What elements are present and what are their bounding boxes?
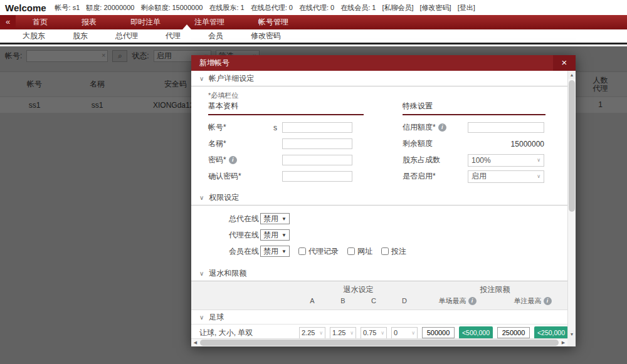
chevron-down-icon: ∨ <box>199 75 204 82</box>
nav-item-live-bets[interactable]: 即时注单 <box>113 15 177 29</box>
shareholder-percent-select[interactable]: 100% ∨ <box>468 154 544 167</box>
master-agent-online-label: 总代在线 <box>229 214 259 224</box>
section-account-details-title: 帐户详细设定 <box>209 73 254 84</box>
confirm-password-label: 确认密码* <box>208 171 273 182</box>
section-rebate-limits-title: 退水和限额 <box>209 268 246 279</box>
bet-max-header: 单注最高 <box>514 296 542 306</box>
agent-record-label: 代理记录 <box>308 246 339 257</box>
welcome-text: Welcome <box>5 3 46 13</box>
remaining-credit-label: 剩余額度 <box>403 138 468 149</box>
scroll-left-icon[interactable]: ◀ <box>191 339 199 346</box>
password-info-icon[interactable]: i <box>229 156 237 164</box>
subnav-item-member[interactable]: 会员 <box>194 31 237 41</box>
name-label: 名稱* <box>208 138 273 149</box>
section-permissions-toggle[interactable]: ∨ 权限设定 <box>191 190 567 205</box>
member-online-value: 禁用 <box>263 246 278 257</box>
col-c-header: C <box>361 297 387 304</box>
shareholder-percent-value: 100% <box>472 156 491 165</box>
basic-info-group-title: 基本资料 <box>208 101 364 115</box>
rebate-c-select[interactable]: 0.75∨ <box>361 327 387 339</box>
betting-label: 投注 <box>391 246 406 257</box>
permissions-body: 总代在线 禁用 ▼ 代理在线 禁用 ▼ 会员在线 禁用 ▼ <box>191 205 567 266</box>
subnav-item-major-shareholder[interactable]: 大股东 <box>9 31 59 41</box>
match-max-header: 单场最高 <box>439 296 466 306</box>
account-prefix: s <box>273 123 282 132</box>
agent-record-checkbox[interactable] <box>298 247 306 255</box>
website-checkbox[interactable] <box>347 247 355 255</box>
required-note: *必填栏位 <box>208 91 364 101</box>
col-b-header: B <box>330 297 356 304</box>
scroll-down-icon[interactable]: ▼ <box>568 330 576 338</box>
logout-link[interactable]: [登出] <box>458 3 475 13</box>
stat-remaining: 剩余額度: 15000000 <box>140 3 203 13</box>
subnav-item-master-agent[interactable]: 总代理 <box>102 31 152 41</box>
credit-limit-input[interactable] <box>468 122 544 133</box>
modal-header: 新增帳号 × <box>191 55 576 71</box>
match-max-input[interactable] <box>422 327 455 338</box>
close-icon[interactable]: × <box>553 55 576 71</box>
account-input[interactable] <box>282 122 352 133</box>
stat-online-shareholder: 在线股东: 1 <box>209 3 244 13</box>
section-rebate-limits-toggle[interactable]: ∨ 退水和限额 <box>191 266 567 281</box>
horizontal-scrollbar[interactable]: ◀ ▶ <box>191 338 567 346</box>
bet-max-input[interactable] <box>497 327 530 338</box>
rebate-d-value: 0 <box>394 329 398 336</box>
sub-nav: 大股东 股东 总代理 代理 会员 修改密码 <box>0 29 627 44</box>
nav-item-reports[interactable]: 报表 <box>65 15 113 29</box>
agent-online-label: 代理在线 <box>229 230 259 241</box>
enable-label: 是否启用* <box>403 171 468 182</box>
active-nav-arrow <box>182 24 191 29</box>
betting-checkbox[interactable] <box>381 247 389 255</box>
confirm-password-input[interactable] <box>282 171 352 182</box>
main-nav: « 首页 报表 即时注单 注单管理 帐号管理 <box>0 15 627 29</box>
account-label: 帐号* <box>208 122 273 133</box>
chevron-down-icon: ∨ <box>350 330 354 336</box>
rebate-d-select[interactable]: 0∨ <box>391 327 418 339</box>
enable-value: 启用 <box>472 171 487 182</box>
sport-football-label: 足球 <box>209 312 224 323</box>
credit-info-icon[interactable]: i <box>438 123 446 132</box>
vertical-scrollbar[interactable]: ▲ ▼ <box>567 71 576 338</box>
subnav-item-shareholder[interactable]: 股东 <box>59 31 102 41</box>
section-account-details-toggle[interactable]: ∨ 帐户详细设定 <box>191 71 567 86</box>
special-settings-group-title: 特殊设置 <box>403 101 545 115</box>
rebate-b-select[interactable]: 1.25∨ <box>330 327 356 339</box>
vertical-scroll-thumb[interactable] <box>569 80 575 212</box>
rebate-a-select[interactable]: 2.25∨ <box>299 327 325 339</box>
match-max-info-icon[interactable]: i <box>468 297 477 305</box>
nav-item-account-management[interactable]: 帐号管理 <box>241 15 305 29</box>
subnav-item-change-password[interactable]: 修改密码 <box>237 31 295 41</box>
stat-online-agent: 在线代理: 0 <box>299 3 334 13</box>
modal-body: ∨ 帐户详细设定 *必填栏位 基本资料 帐号* s 名稱* <box>191 71 567 338</box>
stat-account: 帐号: s1 <box>55 3 80 13</box>
sport-football-toggle[interactable]: ∨ 足球 <box>191 310 567 325</box>
scroll-up-icon[interactable]: ▲ <box>568 71 576 79</box>
change-password-link[interactable]: [修改密码] <box>420 3 451 13</box>
nav-item-home[interactable]: 首页 <box>16 15 65 29</box>
password-input[interactable] <box>282 155 352 165</box>
chevron-down-icon: ∨ <box>411 330 415 336</box>
bet-max-info-icon[interactable]: i <box>544 297 552 305</box>
horizontal-scroll-thumb[interactable] <box>200 340 559 346</box>
add-account-modal: 新增帳号 × ∨ 帐户详细设定 *必填栏位 基本资料 帐号* s 名稱* <box>191 55 576 346</box>
rebate-b-value: 1.25 <box>332 329 345 336</box>
shareholder-percent-label: 股东占成数 <box>403 155 468 165</box>
chevron-down-icon: ∨ <box>537 174 540 179</box>
master-agent-online-select[interactable]: 禁用 ▼ <box>260 213 290 224</box>
collapse-sidebar-icon[interactable]: « <box>0 15 16 29</box>
rebate-c-value: 0.75 <box>363 329 376 336</box>
master-agent-online-value: 禁用 <box>263 214 278 224</box>
scroll-right-icon[interactable]: ▶ <box>559 339 567 346</box>
enable-select[interactable]: 启用 ∨ <box>468 170 544 183</box>
remaining-credit-value: 15000000 <box>468 140 544 148</box>
agent-online-select[interactable]: 禁用 ▼ <box>260 229 290 241</box>
subnav-item-agent[interactable]: 代理 <box>152 31 194 41</box>
name-input[interactable] <box>282 138 352 149</box>
top-bar: Welcome 帐号: s1 額度: 20000000 剩余額度: 150000… <box>0 0 627 15</box>
chat-member-link[interactable]: [私聊会员] <box>382 3 413 13</box>
member-online-select[interactable]: 禁用 ▼ <box>260 246 290 257</box>
account-details-body: *必填栏位 基本资料 帐号* s 名稱* 密码* i <box>191 86 567 190</box>
agent-online-value: 禁用 <box>263 230 278 241</box>
chevron-down-icon: ∨ <box>199 314 204 321</box>
stat-credit: 額度: 20000000 <box>86 3 134 13</box>
